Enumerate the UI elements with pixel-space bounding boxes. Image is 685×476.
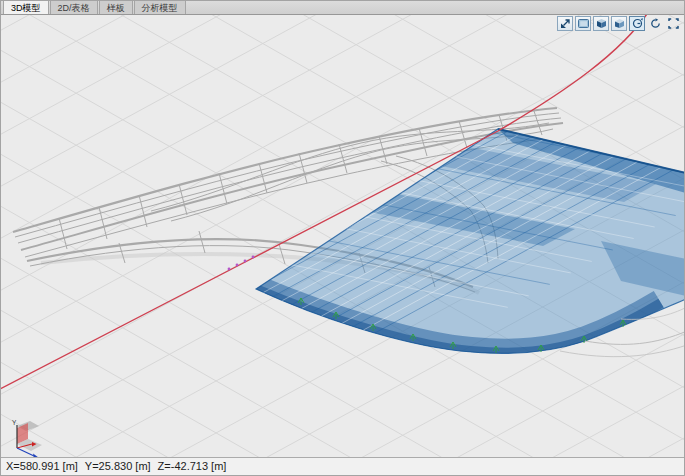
rotate-icon[interactable]: [647, 16, 663, 31]
orbit-icon[interactable]: [629, 16, 645, 31]
view-toolbar: [557, 16, 681, 31]
iso-view-icon[interactable]: [593, 16, 609, 31]
zoom-extents-icon[interactable]: [665, 16, 681, 31]
perspective-view-icon[interactable]: [611, 16, 627, 31]
initial-view-icon[interactable]: [557, 16, 573, 31]
viewport-3d[interactable]: Y Z: [1, 1, 685, 476]
tab-2d-tables[interactable]: 2D/表格: [50, 0, 98, 14]
tab-3d-model[interactable]: 3D模型: [3, 0, 49, 14]
axis-label-y: Y: [12, 419, 17, 426]
view-tabbar: 3D模型 2D/表格 样板 分析模型: [1, 1, 684, 15]
coordinate-readout-y: Y=25.830 [m]: [85, 460, 151, 472]
statusbar: X=580.991 [m]Y=25.830 [m]Z=-42.713 [m]: [1, 457, 684, 475]
plane-view-icon[interactable]: [575, 16, 591, 31]
app-window: Y Z 3D模型 2D/表格 样板 分析模型: [0, 0, 685, 476]
tab-analysis-model[interactable]: 分析模型: [134, 0, 186, 14]
coordinate-readout-x: X=580.991 [m]: [6, 460, 78, 472]
coordinate-readout-z: Z=-42.713 [m]: [158, 460, 227, 472]
tab-template[interactable]: 样板: [99, 0, 133, 14]
